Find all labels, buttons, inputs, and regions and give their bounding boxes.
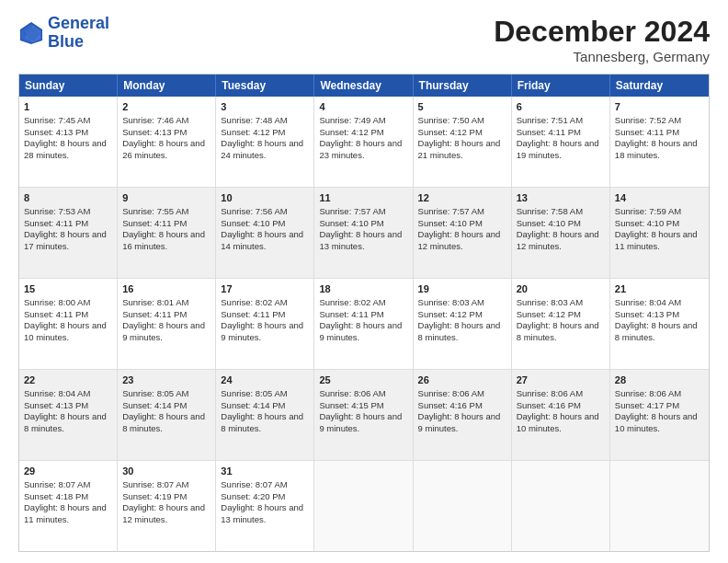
daylight-text: Daylight: 8 hours and 8 minutes.	[418, 320, 506, 344]
sunrise-text: Sunrise: 7:59 AM	[615, 206, 704, 218]
daylight-text: Daylight: 8 hours and 10 minutes.	[517, 411, 605, 435]
day-number: 9	[122, 191, 210, 205]
daylight-text: Daylight: 8 hours and 19 minutes.	[517, 138, 605, 162]
day-number: 16	[122, 282, 210, 296]
sunset-text: Sunset: 4:12 PM	[418, 309, 506, 321]
calendar-row: 15Sunrise: 8:00 AMSunset: 4:11 PMDayligh…	[19, 279, 709, 370]
sunrise-text: Sunrise: 7:56 AM	[221, 206, 309, 218]
sunset-text: Sunset: 4:16 PM	[517, 400, 605, 412]
sunset-text: Sunset: 4:12 PM	[221, 127, 309, 139]
sunset-text: Sunset: 4:13 PM	[24, 400, 112, 412]
sunrise-text: Sunrise: 8:04 AM	[615, 297, 704, 309]
daylight-text: Daylight: 8 hours and 12 minutes.	[418, 229, 506, 253]
calendar-row: 8Sunrise: 7:53 AMSunset: 4:11 PMDaylight…	[19, 188, 709, 279]
calendar-cell: 20Sunrise: 8:03 AMSunset: 4:12 PMDayligh…	[512, 279, 610, 369]
calendar-cell: 14Sunrise: 7:59 AMSunset: 4:10 PMDayligh…	[610, 188, 709, 278]
calendar-cell: 2Sunrise: 7:46 AMSunset: 4:13 PMDaylight…	[118, 97, 216, 187]
calendar-cell: 24Sunrise: 8:05 AMSunset: 4:14 PMDayligh…	[216, 370, 314, 460]
day-number: 2	[122, 100, 210, 114]
sunset-text: Sunset: 4:13 PM	[122, 127, 210, 139]
day-number: 25	[319, 373, 407, 387]
sunset-text: Sunset: 4:17 PM	[615, 400, 704, 412]
day-number: 28	[615, 373, 704, 387]
day-number: 11	[319, 191, 407, 205]
daylight-text: Daylight: 8 hours and 16 minutes.	[122, 229, 210, 253]
sunset-text: Sunset: 4:12 PM	[418, 127, 506, 139]
daylight-text: Daylight: 8 hours and 12 minutes.	[517, 229, 605, 253]
daylight-text: Daylight: 8 hours and 8 minutes.	[122, 411, 210, 435]
daylight-text: Daylight: 8 hours and 23 minutes.	[319, 138, 407, 162]
day-number: 3	[221, 100, 309, 114]
calendar-cell: 21Sunrise: 8:04 AMSunset: 4:13 PMDayligh…	[610, 279, 709, 369]
sunset-text: Sunset: 4:11 PM	[24, 218, 112, 230]
sunrise-text: Sunrise: 7:46 AM	[122, 115, 210, 127]
sunrise-text: Sunrise: 8:07 AM	[122, 479, 210, 491]
daylight-text: Daylight: 8 hours and 9 minutes.	[319, 320, 407, 344]
daylight-text: Daylight: 8 hours and 28 minutes.	[24, 138, 112, 162]
day-number: 29	[24, 465, 112, 478]
sunset-text: Sunset: 4:10 PM	[418, 218, 506, 230]
sunset-text: Sunset: 4:18 PM	[24, 491, 112, 503]
calendar-cell: 15Sunrise: 8:00 AMSunset: 4:11 PMDayligh…	[19, 279, 118, 369]
day-number: 5	[418, 100, 506, 114]
daylight-text: Daylight: 8 hours and 9 minutes.	[319, 411, 407, 435]
sunrise-text: Sunrise: 8:05 AM	[221, 388, 309, 400]
main-title: December 2024	[494, 15, 710, 49]
sunrise-text: Sunrise: 8:04 AM	[24, 388, 112, 400]
sunrise-text: Sunrise: 8:03 AM	[517, 297, 605, 309]
sunrise-text: Sunrise: 8:07 AM	[221, 479, 309, 491]
day-number: 22	[24, 373, 112, 387]
calendar-cell: 28Sunrise: 8:06 AMSunset: 4:17 PMDayligh…	[610, 370, 709, 460]
sunset-text: Sunset: 4:11 PM	[517, 127, 605, 139]
day-number: 21	[615, 282, 704, 296]
day-number: 30	[122, 465, 210, 478]
sunset-text: Sunset: 4:13 PM	[24, 127, 112, 139]
sunrise-text: Sunrise: 8:06 AM	[615, 388, 704, 400]
calendar-cell: 1Sunrise: 7:45 AMSunset: 4:13 PMDaylight…	[19, 97, 118, 187]
day-number: 19	[418, 282, 506, 296]
sunrise-text: Sunrise: 8:06 AM	[319, 388, 407, 400]
calendar: SundayMondayTuesdayWednesdayThursdayFrid…	[18, 74, 710, 552]
logo-line1: General	[48, 14, 109, 32]
sunset-text: Sunset: 4:10 PM	[517, 218, 605, 230]
sunrise-text: Sunrise: 7:58 AM	[517, 206, 605, 218]
calendar-row: 22Sunrise: 8:04 AMSunset: 4:13 PMDayligh…	[19, 370, 709, 461]
calendar-cell: 23Sunrise: 8:05 AMSunset: 4:14 PMDayligh…	[118, 370, 216, 460]
calendar-cell: 10Sunrise: 7:56 AMSunset: 4:10 PMDayligh…	[216, 188, 314, 278]
daylight-text: Daylight: 8 hours and 8 minutes.	[517, 320, 605, 344]
sunrise-text: Sunrise: 7:57 AM	[418, 206, 506, 218]
calendar-body: 1Sunrise: 7:45 AMSunset: 4:13 PMDaylight…	[19, 97, 709, 551]
calendar-row: 1Sunrise: 7:45 AMSunset: 4:13 PMDaylight…	[19, 97, 709, 188]
day-number: 8	[24, 191, 112, 205]
calendar-cell: 31Sunrise: 8:07 AMSunset: 4:20 PMDayligh…	[216, 461, 314, 551]
day-number: 6	[517, 100, 605, 114]
sunset-text: Sunset: 4:20 PM	[221, 491, 309, 503]
day-number: 12	[418, 191, 506, 205]
sunset-text: Sunset: 4:10 PM	[615, 218, 704, 230]
daylight-text: Daylight: 8 hours and 8 minutes.	[24, 411, 112, 435]
daylight-text: Daylight: 8 hours and 8 minutes.	[221, 411, 309, 435]
daylight-text: Daylight: 8 hours and 10 minutes.	[24, 320, 112, 344]
sunrise-text: Sunrise: 7:48 AM	[221, 115, 309, 127]
day-number: 27	[517, 373, 605, 387]
day-number: 10	[221, 191, 309, 205]
calendar-cell: 7Sunrise: 7:52 AMSunset: 4:11 PMDaylight…	[610, 97, 709, 187]
calendar-cell: 19Sunrise: 8:03 AMSunset: 4:12 PMDayligh…	[414, 279, 512, 369]
sunrise-text: Sunrise: 8:06 AM	[418, 388, 506, 400]
sunset-text: Sunset: 4:11 PM	[122, 218, 210, 230]
daylight-text: Daylight: 8 hours and 26 minutes.	[122, 138, 210, 162]
day-number: 18	[319, 282, 407, 296]
daylight-text: Daylight: 8 hours and 13 minutes.	[221, 502, 309, 526]
calendar-day-header: Friday	[512, 75, 610, 97]
sunrise-text: Sunrise: 7:45 AM	[24, 115, 112, 127]
daylight-text: Daylight: 8 hours and 9 minutes.	[221, 320, 309, 344]
day-number: 31	[221, 465, 309, 478]
logo-icon	[18, 20, 44, 46]
daylight-text: Daylight: 8 hours and 9 minutes.	[418, 411, 506, 435]
sunrise-text: Sunrise: 8:01 AM	[122, 297, 210, 309]
sunset-text: Sunset: 4:14 PM	[122, 400, 210, 412]
calendar-cell: 27Sunrise: 8:06 AMSunset: 4:16 PMDayligh…	[512, 370, 610, 460]
logo-text: General Blue	[48, 15, 109, 52]
calendar-cell: 6Sunrise: 7:51 AMSunset: 4:11 PMDaylight…	[512, 97, 610, 187]
calendar-day-header: Thursday	[414, 75, 512, 97]
